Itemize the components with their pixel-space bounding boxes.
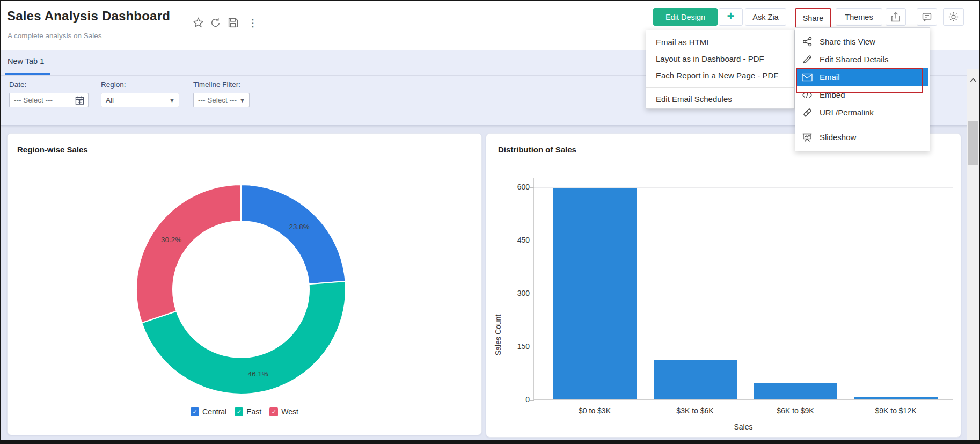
- refresh-icon[interactable]: [209, 16, 222, 29]
- y-tick-label: 300: [493, 289, 530, 297]
- x-axis-title: Sales: [533, 423, 953, 431]
- legend-label: Central: [202, 407, 226, 416]
- menu-item-each-report-in-a-new-page-pdf[interactable]: Each Report in a New Page - PDF: [646, 67, 794, 84]
- legend-item-east[interactable]: ✓East: [235, 407, 261, 416]
- chevron-down-icon: ▼: [169, 97, 175, 104]
- vertical-scrollbar[interactable]: [967, 69, 979, 440]
- menu-item-slideshow[interactable]: Slideshow: [795, 128, 930, 146]
- timeline-filter-select[interactable]: --- Select --- ▼: [193, 93, 250, 107]
- legend-item-west[interactable]: ✓West: [269, 407, 298, 416]
- menu-item-label: Share this View: [820, 37, 875, 46]
- app-window: Sales Analysis Dashboard A complete anal…: [0, 0, 980, 444]
- menu-item-label: Email: [820, 72, 840, 82]
- export-button[interactable]: [886, 8, 906, 26]
- export-icon: [890, 12, 901, 23]
- save-icon[interactable]: [226, 16, 239, 29]
- donut-slice-central[interactable]: [241, 185, 345, 284]
- menu-item-label: Embed: [820, 90, 845, 99]
- y-tick-label: 450: [493, 236, 530, 244]
- scrollbar-thumb[interactable]: [968, 121, 978, 165]
- scroll-up-icon[interactable]: [970, 75, 977, 85]
- bar--0-to-3k[interactable]: [553, 188, 637, 399]
- share-button[interactable]: Share: [795, 8, 831, 28]
- date-filter-select[interactable]: --- Select ---: [9, 93, 89, 107]
- x-tick-label: $6K to $9K: [752, 406, 838, 415]
- donut-percent-label: 30.2%: [161, 235, 181, 243]
- donut-percent-label: 46.1%: [248, 369, 268, 377]
- donut-chart-title: Region-wise Sales: [17, 145, 88, 154]
- y-tick-mark: [530, 294, 534, 294]
- menu-item-edit-shared-details[interactable]: Edit Shared Details: [795, 50, 930, 68]
- menu-divider: [795, 125, 930, 125]
- region-filter-label: Region:: [101, 81, 179, 89]
- donut-percent-label: 23.8%: [289, 222, 310, 230]
- comment-icon: [922, 12, 932, 23]
- menu-item-label: Email as HTML: [656, 38, 711, 47]
- date-filter-label: Date:: [9, 81, 89, 89]
- donut-slice-west[interactable]: [136, 185, 241, 323]
- bar--3k-to-6k[interactable]: [654, 360, 737, 399]
- menu-item-embed[interactable]: Embed: [795, 86, 930, 104]
- legend-item-central[interactable]: ✓Central: [191, 407, 226, 416]
- comments-button[interactable]: [917, 8, 937, 26]
- y-tick-mark: [530, 347, 534, 347]
- page-subtitle: A complete analysis on Sales: [8, 32, 102, 40]
- favorite-star-icon[interactable]: [192, 16, 204, 29]
- share-network-icon: [802, 37, 813, 47]
- y-tick-mark: [530, 400, 534, 401]
- envelope-icon: [802, 72, 813, 82]
- x-tick-label: $9K to $12K: [853, 406, 939, 415]
- gridline: [534, 187, 953, 188]
- menu-item-label: Edit Shared Details: [820, 55, 888, 64]
- legend-label: West: [281, 407, 298, 416]
- gear-icon: [948, 11, 959, 23]
- y-tick-mark: [530, 187, 534, 188]
- x-tick-label: $0 to $3K: [552, 406, 638, 415]
- share-menu: Share this ViewEdit Shared DetailsEmailE…: [795, 27, 930, 151]
- calendar-icon: [75, 96, 84, 105]
- bar--9k-to-12k[interactable]: [854, 397, 938, 399]
- settings-button[interactable]: [943, 8, 964, 26]
- distribution-of-sales-card: Distribution of Sales Sales Count 015030…: [486, 133, 961, 438]
- region-filter-select[interactable]: All ▼: [101, 93, 179, 107]
- menu-item-label: Edit Email Schedules: [656, 94, 732, 104]
- timeline-filter-label: Timeline Filter:: [193, 81, 250, 89]
- menu-item-email[interactable]: Email: [796, 68, 928, 86]
- chart-legend: ✓Central✓East✓West: [8, 407, 481, 416]
- legend-checkbox[interactable]: ✓: [191, 407, 199, 416]
- link-icon: [802, 108, 813, 118]
- menu-item-url-permalink[interactable]: URL/Permalink: [795, 104, 930, 121]
- bar-chart-plot-area: 0150300450600$0 to $3K$3K to $6K$6K to $…: [533, 178, 953, 400]
- y-tick-label: 600: [493, 183, 530, 191]
- menu-item-edit-email-schedules[interactable]: Edit Email Schedules: [646, 91, 794, 107]
- themes-button[interactable]: Themes: [836, 8, 882, 26]
- menu-divider: [646, 87, 794, 88]
- region-wise-sales-card: Region-wise Sales 23.8%46.1%30.2% ✓Centr…: [7, 133, 482, 435]
- tab-new-tab-1[interactable]: New Tab 1: [8, 57, 44, 65]
- menu-item-label: URL/Permalink: [820, 108, 874, 117]
- menu-item-label: Slideshow: [820, 133, 856, 142]
- legend-checkbox[interactable]: ✓: [269, 407, 278, 416]
- legend-checkbox[interactable]: ✓: [235, 407, 243, 416]
- add-tab-button[interactable]: +: [719, 8, 743, 26]
- donut-chart[interactable]: [136, 185, 346, 394]
- chevron-down-icon: ▼: [239, 97, 245, 104]
- menu-item-email-as-html[interactable]: Email as HTML: [646, 34, 794, 50]
- embed-icon: [802, 90, 813, 100]
- menu-item-label: Layout as in Dashboard - PDF: [656, 54, 764, 63]
- ask-zia-button[interactable]: Ask Zia: [745, 8, 786, 26]
- legend-label: East: [246, 407, 261, 416]
- bar--6k-to-9k[interactable]: [754, 383, 837, 399]
- x-tick-label: $3K to $6K: [652, 406, 738, 415]
- menu-item-share-this-view[interactable]: Share this View: [795, 33, 930, 50]
- email-options-menu: Email as HTMLLayout as in Dashboard - PD…: [646, 30, 795, 109]
- y-tick-mark: [530, 241, 534, 241]
- menu-item-layout-as-in-dashboard-pdf[interactable]: Layout as in Dashboard - PDF: [646, 50, 794, 67]
- active-tab-indicator: [5, 73, 50, 75]
- y-tick-label: 0: [493, 395, 530, 404]
- edit-design-button[interactable]: Edit Design: [653, 8, 718, 26]
- page-title: Sales Analysis Dashboard: [7, 9, 170, 24]
- bar-chart-title: Distribution of Sales: [498, 145, 576, 154]
- pencil-icon: [802, 55, 813, 64]
- kebab-menu-icon[interactable]: ⋮: [246, 16, 259, 29]
